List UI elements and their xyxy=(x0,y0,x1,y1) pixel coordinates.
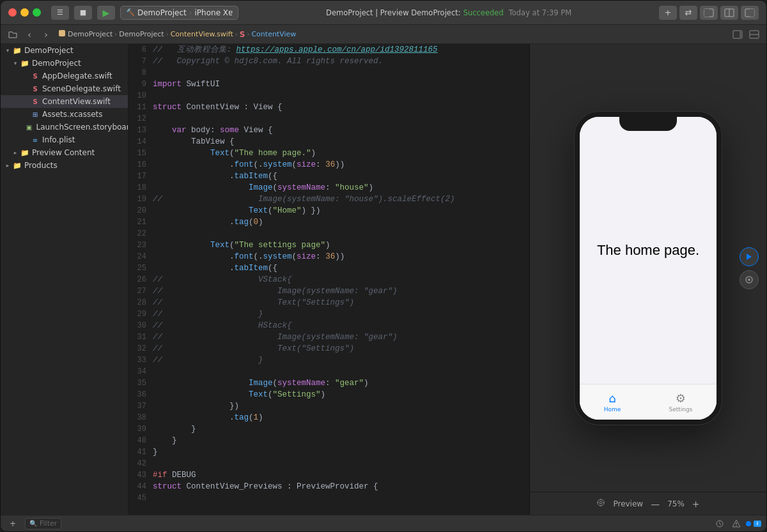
sidebar-toggle-button[interactable]: ☰ xyxy=(51,6,69,20)
sidebar-item-contentview[interactable]: ▸ S ContentView.swift xyxy=(1,95,128,108)
tab-home[interactable]: ⌂ Home xyxy=(604,391,621,413)
line-code-11: struct ContentView : View { xyxy=(153,102,529,113)
preview-controls xyxy=(740,247,759,289)
close-button[interactable] xyxy=(8,8,17,17)
breadcrumb-file[interactable]: ContentView.swift xyxy=(171,30,233,38)
live-preview-button[interactable] xyxy=(740,247,759,266)
sidebar-item-infoplist[interactable]: ▸ ≡ Info.plist xyxy=(1,133,128,146)
line-code-20: Text("Home") }) xyxy=(153,205,529,217)
code-line-28: 28 // Text("Settings") xyxy=(128,297,529,308)
history-button[interactable] xyxy=(713,517,727,531)
line-code-6: // 互动教程合集: https://apps.apple.com/cn/app… xyxy=(153,44,529,56)
sidebar-label-demoproject: DemoProject xyxy=(32,59,81,68)
line-code-31: // Image(systemName: "gear") xyxy=(153,331,529,343)
minimize-button[interactable] xyxy=(20,8,29,17)
breadcrumb-class[interactable]: ContentView xyxy=(251,30,296,38)
code-line-8: 8 xyxy=(128,67,529,79)
folder-icon: 📁 xyxy=(12,45,22,56)
line-code-43: #if DEBUG xyxy=(153,469,529,481)
line-num-7: 7 xyxy=(128,56,153,67)
warning-button[interactable] xyxy=(729,517,743,531)
storyboard-file-icon: ▣ xyxy=(24,122,35,132)
swift-file-icon: S xyxy=(30,96,40,107)
stop-button[interactable]: ■ xyxy=(74,6,92,20)
line-num-21: 21 xyxy=(128,217,153,228)
sidebar-item-scenedelegate[interactable]: ▸ S SceneDelegate.swift xyxy=(1,82,128,95)
utility-toggle[interactable] xyxy=(747,27,761,42)
svg-rect-8 xyxy=(740,31,742,38)
breadcrumb-group[interactable]: DemoProject xyxy=(119,30,164,38)
inspector-toggle[interactable] xyxy=(731,27,745,42)
filter-label: Filter xyxy=(40,519,57,528)
line-num-20: 20 xyxy=(128,205,153,217)
tab-settings[interactable]: ⚙ Settings xyxy=(669,391,692,413)
run-button[interactable]: ▶ xyxy=(97,6,115,20)
sidebar-item-root-demo[interactable]: ▾ 📁 DemoProject xyxy=(1,44,128,57)
line-num-31: 31 xyxy=(128,331,153,343)
line-num-18: 18 xyxy=(128,182,153,194)
code-line-10: 10 xyxy=(128,90,529,102)
zoom-out-button[interactable]: — xyxy=(651,499,660,509)
iphone-tabbar: ⌂ Home ⚙ Settings xyxy=(580,384,717,420)
sidebar-item-assets[interactable]: ▸ ⊞ Assets.xcassets xyxy=(1,108,128,121)
breadcrumb-project[interactable]: DemoProject xyxy=(68,30,112,38)
asset-file-icon: ⊞ xyxy=(30,109,40,119)
line-num-10: 10 xyxy=(128,90,153,102)
line-code-30: // HStack{ xyxy=(153,320,529,331)
line-code-25: .tabItem({ xyxy=(153,262,529,274)
sidebar-icon: ☰ xyxy=(57,8,63,17)
line-num-40: 40 xyxy=(128,435,153,446)
preview-panel: The home page. ⌂ Home ⚙ Settings xyxy=(530,44,766,515)
code-line-19: 19 // Image(systemName: "house").scaleEf… xyxy=(128,194,529,205)
sidebar-item-demoproject[interactable]: ▾ 📁 DemoProject xyxy=(1,57,128,70)
preview-area: The home page. ⌂ Home ⚙ Settings xyxy=(530,44,766,492)
live-rect-button[interactable]: i xyxy=(754,521,761,527)
code-line-18: 18 Image(systemName: "house") xyxy=(128,182,529,194)
svg-rect-1 xyxy=(704,9,709,17)
forward-button[interactable]: › xyxy=(39,27,53,42)
sidebar-item-launchscreen[interactable]: ▸ ▣ LaunchScreen.storyboard xyxy=(1,121,128,133)
line-code-7: // Copyright © hdjc8.com. All rights res… xyxy=(153,56,529,67)
code-line-29: 29 // } xyxy=(128,308,529,320)
sidebar-label-scenedelegate: SceneDelegate.swift xyxy=(42,84,121,93)
line-num-13: 13 xyxy=(128,125,153,136)
code-line-40: 40 } xyxy=(128,435,529,446)
line-code-44: struct ContentView_Previews : PreviewPro… xyxy=(153,481,529,492)
code-editor[interactable]: 6 // 互动教程合集: https://apps.apple.com/cn/a… xyxy=(128,44,530,515)
fullscreen-button[interactable] xyxy=(33,8,41,17)
code-content[interactable]: 6 // 互动教程合集: https://apps.apple.com/cn/a… xyxy=(128,44,529,515)
filter-input[interactable]: 🔍 Filter xyxy=(25,518,61,529)
line-num-23: 23 xyxy=(128,239,153,251)
sidebar-item-appdelegate[interactable]: ▸ S AppDelegate.swift xyxy=(1,70,128,82)
line-num-36: 36 xyxy=(128,389,153,400)
layout-1-button[interactable] xyxy=(700,6,718,20)
folder-button[interactable] xyxy=(6,27,20,42)
scheme-selector[interactable]: 🔨 DemoProject › iPhone Xɐ xyxy=(120,6,238,20)
code-line-33: 33 // } xyxy=(128,354,529,366)
code-line-22: 22 xyxy=(128,228,529,239)
bc-arrow-1: › xyxy=(114,31,117,38)
layout-3-button[interactable] xyxy=(741,6,759,20)
sidebar-item-preview-content[interactable]: ▸ 📁 Preview Content xyxy=(1,146,128,159)
inspect-button[interactable] xyxy=(740,270,759,289)
add-file-button[interactable]: + xyxy=(6,517,20,531)
line-code-32: // Text("Settings") xyxy=(153,343,529,354)
line-num-16: 16 xyxy=(128,159,153,171)
back-button[interactable]: ‹ xyxy=(22,27,36,42)
line-num-33: 33 xyxy=(128,354,153,366)
navigator-button[interactable]: ⇄ xyxy=(679,6,697,20)
traffic-lights xyxy=(8,8,41,17)
xcode-window: ☰ ■ ▶ 🔨 DemoProject › iPhone Xɐ DemoProj… xyxy=(0,0,767,532)
line-code-15: Text("The home page.") xyxy=(153,148,529,159)
bottom-right-controls: i xyxy=(713,517,761,531)
status-time: Today at 7:39 PM xyxy=(509,8,571,17)
add-button[interactable]: + xyxy=(659,6,677,20)
code-line-12: 12 xyxy=(128,113,529,125)
layout-2-button[interactable] xyxy=(720,6,738,20)
preview-label: Preview xyxy=(613,499,643,508)
folder-icon: 📁 xyxy=(20,58,30,68)
zoom-in-button[interactable]: + xyxy=(692,499,700,509)
line-num-32: 32 xyxy=(128,343,153,354)
sidebar-item-products[interactable]: ▸ 📁 Products xyxy=(1,159,128,172)
titlebar: ☰ ■ ▶ 🔨 DemoProject › iPhone Xɐ DemoProj… xyxy=(1,1,766,25)
